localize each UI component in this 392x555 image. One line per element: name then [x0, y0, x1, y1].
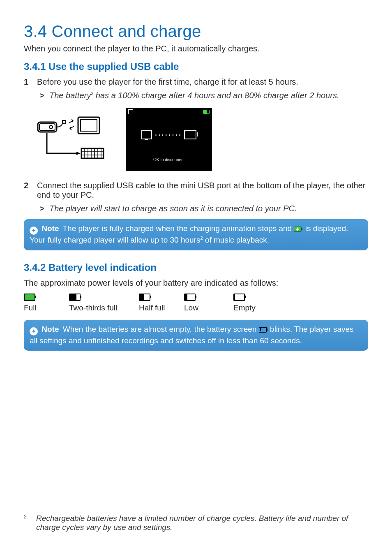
battery-low-label: Low — [184, 303, 233, 312]
note2-text-a: When the batteries are almost empty, the… — [63, 325, 259, 333]
battery-half-icon — [139, 294, 150, 301]
step-2-sub-caret: > — [39, 204, 49, 213]
step-2: 2 Connect the supplied USB cable to the … — [24, 181, 368, 213]
battery-two-thirds-label: Two-thirds full — [69, 303, 139, 312]
battery-empty-label: Empty — [233, 303, 283, 312]
battery-levels-row: Full Two-thirds full Half full Low Empty — [24, 294, 368, 312]
svg-marker-6 — [76, 152, 81, 155]
status-icon — [128, 109, 133, 114]
battery-low-icon — [184, 294, 196, 301]
battery-full-label: Full — [24, 303, 69, 312]
battery-empty-icon — [233, 294, 245, 301]
player-screen-illustration: • • • • • • • • OK to disconnect — [126, 108, 212, 171]
svg-rect-3 — [62, 120, 66, 124]
section-341-title: 3.4.1 Use the supplied USB cable — [24, 61, 368, 72]
section-342-title: 3.4.2 Battery level indication — [24, 262, 368, 273]
step-1-text: Before you use the player for the first … — [37, 77, 298, 86]
section-342-intro: The approximate power levels of your bat… — [24, 278, 368, 288]
note-label: Note — [42, 224, 59, 233]
connection-dots-icon: • • • • • • • • — [155, 133, 181, 137]
step-1: 1 Before you use the player for the firs… — [24, 77, 368, 100]
svg-rect-20 — [266, 328, 267, 331]
pc-icon — [184, 130, 196, 139]
svg-rect-17 — [301, 228, 302, 230]
intro-text: When you connect the player to the PC, i… — [24, 44, 368, 53]
footnote-2: 2 Rechargeable batteries have a limited … — [24, 514, 368, 532]
step-1-sub-text: The battery2 has a 100% charge after 4 h… — [49, 91, 339, 100]
note1-text-a: The player is fully charged when the cha… — [62, 224, 294, 233]
battery-two-thirds-icon — [69, 294, 81, 301]
note-icon: ✦ — [30, 327, 38, 335]
ok-to-disconnect-text: OK to disconnect — [126, 157, 212, 162]
step-2-sub-text: The player will start to charge as soon … — [49, 204, 297, 213]
figure-row: • • • • • • • • OK to disconnect — [35, 108, 368, 171]
svg-rect-5 — [81, 120, 97, 131]
usb-connection-diagram — [35, 115, 108, 164]
battery-empty-inline-icon — [259, 327, 268, 333]
note-box-2: ✦ Note When the batteries are almost emp… — [24, 320, 368, 351]
page-title: 3.4 Connect and charge — [24, 22, 368, 41]
battery-full-icon — [24, 294, 35, 301]
battery-half-label: Half full — [139, 303, 184, 312]
note-icon: ✦ — [30, 227, 38, 235]
battery-charging-icon — [294, 227, 303, 232]
step-1-sub-caret: > — [39, 91, 49, 100]
note-box-1: ✦ Note The player is fully charged when … — [24, 219, 368, 250]
step-1-number: 1 — [24, 77, 37, 87]
svg-point-2 — [49, 125, 53, 129]
device-icon — [141, 130, 152, 139]
svg-rect-21 — [260, 328, 261, 331]
footnote-number: 2 — [24, 514, 29, 532]
battery-status-icon — [203, 110, 210, 114]
step-2-text: Connect the supplied USB cable to the mi… — [37, 181, 365, 199]
note-label: Note — [42, 325, 59, 333]
footnote-text: Rechargeable batteries have a limited nu… — [36, 514, 368, 532]
note1-text-c: of music playback. — [203, 236, 270, 244]
step-2-number: 2 — [24, 181, 37, 190]
